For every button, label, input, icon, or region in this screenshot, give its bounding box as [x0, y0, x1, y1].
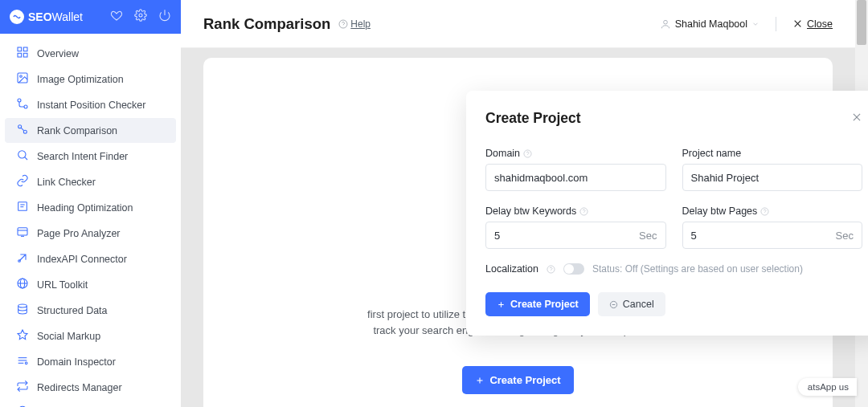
- svg-rect-2: [18, 47, 22, 51]
- sidebar-item-redirects-manager[interactable]: Redirects Manager: [5, 375, 176, 400]
- help-link[interactable]: Help: [338, 18, 371, 30]
- divider: [776, 17, 776, 31]
- svg-point-47: [580, 207, 588, 214]
- nav-icon: [16, 200, 29, 215]
- sidebar-item-label: Page Pro Analyzer: [37, 228, 121, 239]
- nav-icon: [16, 354, 29, 369]
- main-area: Rank Comparison Help Shahid Maqbool Clos…: [181, 0, 855, 407]
- sidebar-item-link-checker[interactable]: Link Checker: [5, 169, 176, 194]
- sidebar-item-label: Instant Position Checker: [37, 100, 146, 111]
- nav-icon: [16, 251, 29, 267]
- nav-icon: [16, 226, 29, 241]
- localization-toggle[interactable]: [563, 263, 584, 275]
- whatsapp-badge[interactable]: atsApp us: [798, 378, 857, 396]
- sidebar-item-label: IndexAPI Connector: [37, 254, 127, 265]
- user-name: Shahid Maqbool: [675, 18, 747, 30]
- scrollbar-thumb[interactable]: [857, 0, 866, 45]
- domain-label: Domain: [485, 148, 666, 159]
- delay-keywords-input[interactable]: [494, 230, 639, 242]
- sidebar-item-local-search-simulator[interactable]: Local Search Simulator: [5, 401, 176, 407]
- localization-status: Status: Off (Settings are based on user …: [592, 263, 803, 275]
- sidebar-item-structured-data[interactable]: Structured Data: [5, 298, 176, 323]
- svg-rect-4: [23, 53, 27, 57]
- close-icon: [792, 18, 803, 29]
- close-page[interactable]: Close: [792, 18, 833, 30]
- app-header: SEOWallet: [0, 0, 181, 34]
- sidebar-item-url-toolkit[interactable]: URL Toolkit: [5, 272, 176, 297]
- sidebar-item-label: Rank Comparison: [37, 125, 117, 136]
- delay-pages-input[interactable]: [691, 230, 836, 242]
- cancel-button[interactable]: Cancel: [598, 292, 665, 316]
- sidebar-item-instant-position-checker[interactable]: Instant Position Checker: [5, 92, 176, 117]
- sidebar-item-label: Link Checker: [37, 177, 96, 188]
- svg-point-8: [18, 99, 21, 102]
- page-header: Rank Comparison Help Shahid Maqbool Clos…: [181, 0, 855, 48]
- nav-icon: [16, 277, 29, 292]
- sidebar-item-heading-optimization[interactable]: Heading Optimization: [5, 195, 176, 220]
- gear-icon[interactable]: [134, 9, 147, 25]
- page-title: Rank Comparison: [203, 15, 330, 33]
- project-name-label: Project name: [682, 148, 863, 159]
- sidebar: OverviewImage OptimizationInstant Positi…: [0, 34, 181, 407]
- user-menu[interactable]: Shahid Maqbool: [660, 18, 760, 30]
- svg-point-11: [23, 130, 27, 133]
- svg-point-38: [663, 20, 667, 24]
- app-logo[interactable]: SEOWallet: [10, 10, 83, 24]
- domain-input[interactable]: [494, 172, 657, 184]
- delay-pages-label: Delay btw Pages: [682, 206, 863, 217]
- info-icon: [579, 207, 588, 216]
- logo-mark-icon: [10, 10, 24, 24]
- sidebar-item-label: Overview: [37, 48, 79, 59]
- power-icon[interactable]: [158, 9, 171, 25]
- user-icon: [660, 18, 671, 30]
- sidebar-item-label: Redirects Manager: [37, 382, 122, 393]
- svg-rect-17: [18, 228, 27, 235]
- nav-icon: [16, 97, 29, 112]
- sidebar-item-page-pro-analyzer[interactable]: Page Pro Analyzer: [5, 221, 176, 246]
- sidebar-item-overview[interactable]: Overview: [5, 41, 176, 66]
- create-project-cta[interactable]: Create Project: [462, 366, 573, 394]
- sidebar-item-label: Image Optimization: [37, 74, 124, 85]
- sidebar-item-label: Domain Inspector: [37, 356, 116, 368]
- info-icon: [760, 207, 769, 216]
- svg-point-49: [761, 207, 768, 214]
- nav-icon: [16, 71, 29, 87]
- plus-icon: [475, 376, 485, 385]
- svg-rect-3: [23, 47, 27, 51]
- sidebar-item-image-optimization[interactable]: Image Optimization: [5, 67, 176, 92]
- nav-icon: [16, 174, 29, 189]
- create-project-button[interactable]: Create Project: [485, 292, 590, 316]
- sidebar-item-social-markup[interactable]: Social Markup: [5, 324, 176, 348]
- svg-rect-14: [18, 202, 27, 211]
- sidebar-item-rank-comparison[interactable]: Rank Comparison: [5, 118, 176, 143]
- sidebar-item-domain-inspector[interactable]: Domain Inspector: [5, 349, 176, 374]
- sidebar-item-label: Social Markup: [37, 331, 100, 342]
- nav-icon: [16, 46, 29, 61]
- svg-line-13: [25, 157, 27, 160]
- nav-icon: [16, 380, 29, 395]
- sidebar-item-label: Structured Data: [37, 305, 108, 316]
- svg-point-9: [24, 105, 27, 108]
- create-project-modal: Create Project Domain Project name: [466, 91, 868, 336]
- sidebar-item-search-intent-finder[interactable]: Search Intent Finder: [5, 144, 176, 169]
- svg-point-36: [339, 20, 347, 28]
- svg-point-7: [20, 75, 23, 78]
- chevron-down-icon: [751, 20, 760, 28]
- logo-text: SEOWallet: [28, 10, 83, 23]
- heart-icon[interactable]: [110, 9, 123, 25]
- sidebar-item-label: Search Intent Finder: [37, 151, 128, 162]
- svg-point-10: [18, 125, 22, 128]
- info-icon: [547, 265, 555, 274]
- sidebar-item-indexapi-connector[interactable]: IndexAPI Connector: [5, 246, 176, 271]
- svg-point-28: [25, 362, 27, 364]
- modal-close-button[interactable]: [851, 112, 862, 126]
- cancel-circle-icon: [609, 300, 618, 309]
- svg-point-12: [18, 151, 26, 158]
- project-name-input[interactable]: [691, 172, 854, 184]
- svg-point-51: [547, 265, 555, 272]
- sec-suffix: Sec: [836, 230, 854, 242]
- nav-icon: [16, 328, 29, 344]
- modal-title: Create Project: [485, 110, 581, 127]
- sidebar-item-label: Heading Optimization: [37, 202, 133, 214]
- svg-point-0: [139, 14, 142, 17]
